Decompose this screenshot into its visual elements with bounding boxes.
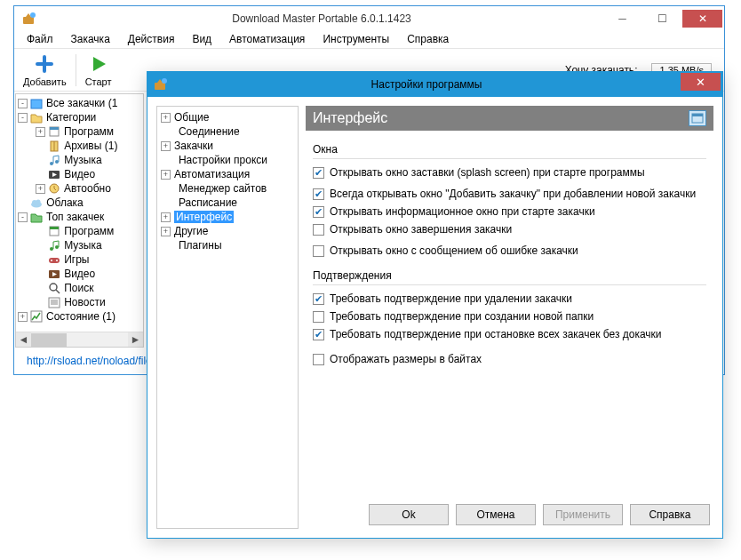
- start-button[interactable]: Старт: [80, 52, 117, 89]
- menu-actions[interactable]: Действия: [119, 31, 184, 48]
- tree-item-label: Музыка: [64, 153, 101, 167]
- bytes-option[interactable]: Отображать размеры в байтах: [313, 353, 706, 365]
- menu-help[interactable]: Справка: [398, 31, 458, 48]
- option-row[interactable]: ✔Открывать информационное окно при старт…: [313, 205, 706, 218]
- main-window-title: Download Master Portable 6.0.1.1423: [41, 12, 602, 25]
- svg-rect-30: [692, 114, 703, 116]
- cancel-button[interactable]: Отмена: [456, 504, 536, 525]
- apply-button[interactable]: Применить: [543, 504, 623, 525]
- menu-download[interactable]: Закачка: [62, 31, 119, 48]
- group-windows-label: Окна: [313, 143, 706, 156]
- menu-automation[interactable]: Автоматизация: [220, 31, 314, 48]
- tree-item[interactable]: Видео: [16, 167, 143, 181]
- help-button[interactable]: Справка: [630, 504, 710, 525]
- svg-point-18: [51, 260, 52, 261]
- settings-tree-label: Плагины: [179, 239, 222, 252]
- add-button[interactable]: Добавить: [18, 52, 72, 89]
- main-titlebar: Download Master Portable 6.0.1.1423 ─ ☐ …: [14, 6, 724, 31]
- expand-icon[interactable]: +: [161, 113, 171, 123]
- settings-tree-item[interactable]: +Закачки: [159, 139, 296, 153]
- expand-icon[interactable]: +: [161, 227, 171, 236]
- tree-item[interactable]: Игры: [16, 252, 143, 267]
- settings-tree: +Общие Соединение+Закачки Настройки прок…: [156, 106, 299, 529]
- expand-icon[interactable]: +: [161, 212, 171, 222]
- settings-tree-item[interactable]: Плагины: [159, 238, 296, 252]
- video-icon: [47, 167, 61, 181]
- arch-icon: [47, 139, 61, 153]
- tree-item[interactable]: +Автообно: [16, 181, 143, 196]
- tree-item-label: Архивы (1): [64, 139, 117, 153]
- games-icon: [47, 252, 61, 267]
- tree-item[interactable]: Облака: [16, 196, 143, 210]
- menu-tools[interactable]: Инструменты: [314, 31, 398, 48]
- auto-icon: [47, 181, 61, 196]
- expand-icon[interactable]: +: [161, 141, 171, 151]
- settings-tree-label: Менеджер сайтов: [179, 182, 267, 195]
- expand-icon[interactable]: -: [18, 113, 28, 123]
- checkbox-icon: ✔: [313, 293, 324, 305]
- svg-point-15: [50, 247, 53, 251]
- tree-item[interactable]: Видео: [16, 267, 143, 281]
- tree-item[interactable]: +Состояние (1): [16, 309, 143, 324]
- tree-item[interactable]: Музыка: [16, 153, 143, 167]
- play-icon: [88, 53, 109, 75]
- scroll-left-icon[interactable]: ◄: [16, 332, 31, 348]
- option-label: Отображать размеры в байтах: [330, 353, 482, 365]
- expand-icon[interactable]: +: [36, 184, 45, 194]
- tree-item[interactable]: -Топ закачек: [16, 210, 143, 224]
- tree-item[interactable]: Поиск: [16, 281, 143, 295]
- svg-rect-17: [49, 258, 60, 263]
- expand-icon[interactable]: +: [18, 312, 28, 322]
- settings-tree-item[interactable]: Соединение: [159, 124, 296, 139]
- option-label: Требовать подтверждение при создании нов…: [330, 310, 594, 323]
- settings-tree-item[interactable]: +Другие: [159, 224, 296, 238]
- checkbox-icon: [313, 354, 324, 365]
- menu-view[interactable]: Вид: [183, 31, 220, 48]
- settings-tree-label: Автоматизация: [174, 168, 250, 180]
- settings-tree-item[interactable]: +Общие: [159, 110, 296, 124]
- settings-tree-item[interactable]: Расписание: [159, 196, 296, 210]
- maximize-button[interactable]: ☐: [642, 10, 682, 28]
- scroll-right-icon[interactable]: ►: [128, 332, 143, 348]
- plus-icon: [34, 53, 55, 75]
- dialog-logo-icon: [153, 77, 167, 92]
- svg-point-12: [36, 200, 41, 204]
- option-row[interactable]: Открывать окно с сообщением об ошибке за…: [313, 244, 706, 257]
- categories-sidebar: -Все закачки (1-Категории +Программ Архи…: [15, 93, 144, 348]
- ok-button[interactable]: Ok: [369, 504, 449, 525]
- tree-item[interactable]: +Программ: [16, 124, 143, 139]
- option-row[interactable]: Открывать окно завершения закачки: [313, 223, 706, 236]
- option-row[interactable]: ✔Всегда открывать окно "Добавить закачку…: [313, 188, 706, 200]
- section-header: Интерфейс: [306, 106, 713, 131]
- option-row[interactable]: ✔Требовать подтверждение при остановке в…: [313, 328, 706, 340]
- svg-point-19: [56, 260, 58, 261]
- menu-file[interactable]: Файл: [18, 31, 62, 48]
- settings-tree-item[interactable]: Менеджер сайтов: [159, 181, 296, 196]
- option-row[interactable]: Требовать подтверждение при создании нов…: [313, 310, 706, 323]
- tree-item[interactable]: Новости: [16, 295, 143, 309]
- settings-tree-item[interactable]: +Интерфейс: [159, 210, 296, 224]
- expand-icon[interactable]: +: [161, 170, 171, 180]
- sidebar-scrollbar[interactable]: ◄ ►: [16, 332, 143, 347]
- state-icon: [29, 309, 44, 324]
- music2-icon: [47, 238, 61, 252]
- expand-icon[interactable]: -: [18, 99, 28, 108]
- tree-item[interactable]: -Категории: [16, 110, 143, 124]
- tree-item[interactable]: Музыка: [16, 238, 143, 252]
- option-row[interactable]: ✔Требовать подтверждение при удалении за…: [313, 292, 706, 305]
- expand-icon[interactable]: +: [36, 127, 45, 137]
- settings-tree-item[interactable]: +Автоматизация: [159, 167, 296, 181]
- dialog-close-button[interactable]: ✕: [681, 73, 721, 91]
- app-logo-icon: [21, 12, 36, 26]
- expand-icon[interactable]: -: [18, 212, 28, 222]
- minimize-button[interactable]: ─: [602, 10, 642, 28]
- tree-item-label: Программ: [64, 224, 114, 238]
- settings-tree-item[interactable]: Настройки прокси: [159, 153, 296, 167]
- download-link[interactable]: http://rsload.net/noload/file: [27, 355, 152, 367]
- option-row[interactable]: ✔Открывать окно заставки (splash screen)…: [313, 166, 706, 179]
- tree-item[interactable]: Архивы (1): [16, 139, 143, 153]
- tree-item[interactable]: Программ: [16, 224, 143, 238]
- cloud-icon: [29, 196, 44, 210]
- close-button[interactable]: ✕: [682, 10, 722, 28]
- tree-item[interactable]: -Все закачки (1: [16, 96, 143, 110]
